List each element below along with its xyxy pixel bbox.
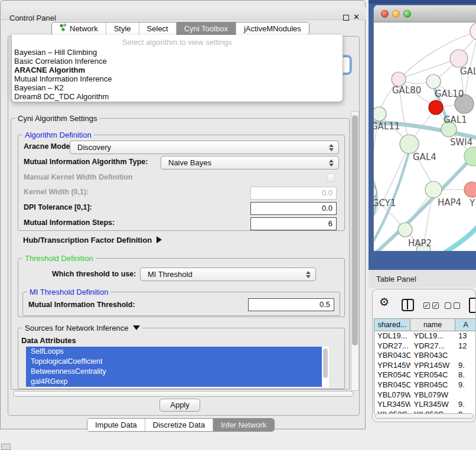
- tab-impute-data[interactable]: Impute Data: [87, 419, 145, 431]
- columns-icon[interactable]: [402, 299, 414, 311]
- table-row[interactable]: YBR045CYBR045C9.: [374, 380, 476, 390]
- kernel-width-field: 0.0: [250, 187, 337, 200]
- network-node[interactable]: [470, 22, 476, 40]
- tab-label: Style: [114, 22, 131, 35]
- table-cell: YDL19...: [374, 331, 410, 341]
- minimized-window-icon[interactable]: [1, 444, 11, 450]
- popup-item[interactable]: Bayesian – K2: [12, 83, 343, 92]
- network-node[interactable]: [425, 181, 442, 198]
- algorithm-popup: Select algorithm to view settings Bayesi…: [11, 35, 343, 102]
- tab-discretize-data[interactable]: Discretize Data: [145, 419, 213, 431]
- network-node[interactable]: [450, 50, 468, 67]
- tab-jactivemnodules[interactable]: jActiveMNodules: [236, 22, 309, 35]
- manual-kernel-checkbox[interactable]: [327, 174, 335, 182]
- attribute-item[interactable]: BetweennessCentrality: [26, 367, 322, 377]
- attribute-item[interactable]: SelfLoops: [26, 347, 322, 357]
- checked-box-icon: ✓: [432, 302, 439, 309]
- aracne-mode-select[interactable]: Discovery: [70, 141, 339, 154]
- tab-infer-network[interactable]: Infer Network: [213, 419, 274, 431]
- mi-steps-field[interactable]: 6: [250, 217, 337, 230]
- network-node[interactable]: [426, 74, 441, 89]
- expand-arrow-icon[interactable]: [157, 236, 162, 243]
- minimize-traffic-light-icon[interactable]: [392, 10, 400, 18]
- network-node[interactable]: [392, 72, 406, 86]
- table-cell: [455, 351, 476, 361]
- node-label: GAL80: [392, 85, 421, 96]
- tab-cyni-toolbox[interactable]: Cyni Toolbox: [176, 22, 236, 35]
- which-threshold-select[interactable]: MI Threshold: [140, 268, 316, 281]
- table-cell: YLR345W: [410, 400, 455, 410]
- settings-horizontal-scrollbar[interactable]: [13, 391, 354, 397]
- table-row[interactable]: YBR043CYBR043C: [374, 351, 476, 361]
- column-header[interactable]: name: [410, 318, 455, 331]
- mi-threshold-field[interactable]: 0.5: [248, 298, 334, 311]
- data-attributes-list[interactable]: SelfLoopsTopologicalCoefficientBetweenne…: [26, 347, 329, 387]
- tab-label: jActiveMNodules: [244, 22, 301, 35]
- table-row[interactable]: YDR27...YDR27...12: [374, 341, 476, 351]
- column-header[interactable]: shared...: [374, 318, 410, 331]
- tab-select[interactable]: Select: [139, 22, 176, 35]
- table-cell: YPR145W: [374, 361, 410, 371]
- tab-style[interactable]: Style: [106, 22, 139, 35]
- node-label: GAL: [460, 66, 476, 77]
- spinner-icon: [329, 144, 334, 152]
- network-window-titlebar[interactable]: [374, 5, 476, 22]
- table-row[interactable]: YBL079WYBL079W: [374, 390, 476, 400]
- table-cell: YBL079W: [374, 390, 410, 400]
- network-node[interactable]: [400, 135, 419, 154]
- list-scrollbar-thumb[interactable]: [323, 348, 328, 378]
- deselect-all-checkboxes-icon[interactable]: [445, 302, 460, 309]
- column-header[interactable]: A: [455, 318, 476, 331]
- table-cell: YLR345W: [374, 400, 410, 410]
- table-cell: YDR27...: [374, 341, 410, 351]
- popup-item[interactable]: Bayesian – Hill Climbing: [12, 48, 343, 57]
- collapse-arrow-icon[interactable]: [133, 325, 140, 330]
- table-row[interactable]: YDL19...YDL19...13: [374, 331, 476, 341]
- popup-item[interactable]: Mutual Information Inference: [12, 74, 343, 83]
- node-label: HAP2: [408, 238, 432, 249]
- popup-items: Bayesian – Hill ClimbingBasic Correlatio…: [12, 48, 343, 102]
- cyni-bottom-tabbar: Impute DataDiscretize DataInfer Network: [87, 418, 275, 432]
- unchecked-box-icon: [454, 302, 460, 309]
- table-row[interactable]: YLR345WYLR345W9.: [374, 400, 476, 410]
- control-panel-titlebar: Control Panel ✕: [1, 6, 366, 20]
- popup-item[interactable]: Dream8 DC_TDC Algorithm: [12, 92, 343, 101]
- close-traffic-light-icon[interactable]: [381, 10, 389, 18]
- hub-definition-toggle[interactable]: Hub/Transcription Factor Definition: [23, 236, 162, 244]
- network-node[interactable]: [464, 182, 476, 197]
- table-cell: YER054C: [374, 370, 410, 380]
- hub-definition-label: Hub/Transcription Factor Definition: [23, 236, 152, 244]
- kernel-width-label: Kernel Width (0,1):: [24, 188, 89, 196]
- table-horizontal-scrollbar[interactable]: [375, 413, 474, 419]
- sources-toggle[interactable]: Sources for Network Inference: [22, 324, 142, 332]
- apply-button[interactable]: Apply: [159, 399, 200, 412]
- network-node[interactable]: [398, 223, 412, 237]
- table-row[interactable]: YPR145WYPR145W9.: [374, 361, 476, 371]
- file-icon[interactable]: [469, 298, 476, 313]
- tab-network[interactable]: Network: [52, 22, 106, 35]
- scrollbar-thumb[interactable]: [352, 115, 358, 345]
- table-panel-card: ⚙ ✓ ✓ shared...nameA YDL19...YDL19...13Y…: [372, 289, 476, 422]
- gear-icon[interactable]: ⚙: [379, 295, 389, 309]
- unchecked-box-icon: [445, 302, 451, 309]
- popup-item[interactable]: Basic Correlation Inference: [12, 57, 343, 66]
- network-canvas[interactable]: GALGAL80GAL10GAL1GAL11SWI4GAL4HAP4YGCY1H…: [374, 22, 476, 251]
- select-all-checkboxes-icon[interactable]: ✓ ✓: [423, 302, 439, 309]
- tab-label: Impute Data: [95, 419, 137, 431]
- close-icon[interactable]: ✕: [353, 12, 360, 21]
- node-label: GAL10: [435, 89, 464, 99]
- mi-type-label: Mutual Information Algorithm Type:: [24, 158, 148, 166]
- mi-type-select[interactable]: Naive Bayes: [161, 156, 339, 169]
- attribute-item[interactable]: TopologicalCoefficient: [26, 357, 322, 367]
- zoom-traffic-light-icon[interactable]: [403, 10, 411, 18]
- settings-vertical-scrollbar[interactable]: [351, 111, 359, 391]
- network-node[interactable]: [429, 100, 443, 115]
- attribute-item[interactable]: gal4RGexp: [26, 377, 322, 387]
- dpi-tolerance-field[interactable]: 0.0: [250, 202, 337, 215]
- tab-label: Cyni Toolbox: [184, 22, 228, 35]
- float-icon[interactable]: [343, 15, 349, 21]
- table-row[interactable]: YER054CYER054C8.: [374, 370, 476, 380]
- table-cell: YBL079W: [410, 390, 455, 400]
- popup-item[interactable]: ARACNE Algorithm: [12, 66, 343, 74]
- network-node[interactable]: [374, 107, 386, 121]
